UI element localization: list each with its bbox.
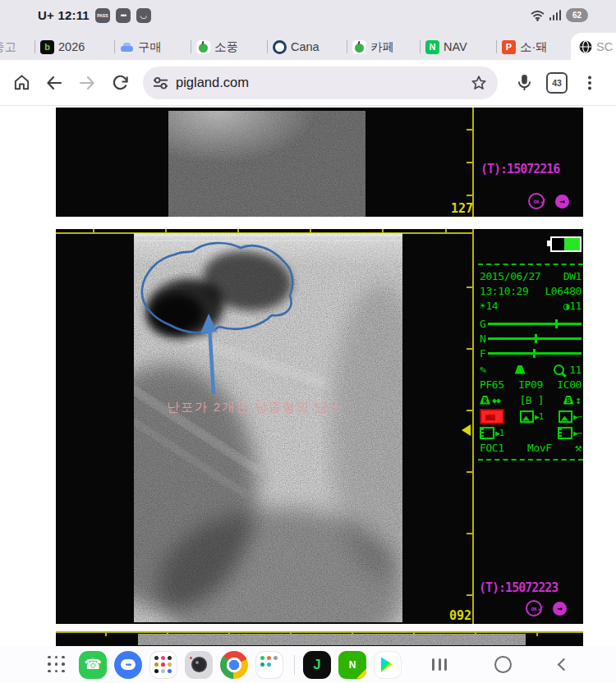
contrast-value: 11 [569,300,582,312]
scan-top-buttons: OK✓ → [528,193,569,209]
probe-depth-icon: B [563,396,574,405]
chat-notification-icon: ••• [116,8,131,23]
tab-favicon-apple2 [352,40,366,54]
tab-cafe[interactable]: 카페 [347,34,420,60]
taskbar: ☎ ••• J N [0,646,616,683]
home-button[interactable] [5,66,38,99]
tab-strip: 중고 b 2026 구매 소풍 Cana [0,30,616,60]
url-text[interactable]: pigland.com [176,75,462,90]
brightness-value: 14 [485,300,498,312]
home-nav-button[interactable] [494,656,512,673]
naver-app-icon[interactable]: N [338,651,366,679]
url-bar[interactable]: pigland.com [143,66,498,99]
flip-arrows-icon: ◆◆ [492,396,500,405]
tab-junggo[interactable]: 중고 [0,34,34,60]
clock: 12:11 [57,8,90,22]
scan-tag-main: (T):15072223 [479,580,558,595]
tab-favicon-canva [273,40,287,54]
far-gain-slider[interactable]: F [480,347,582,360]
back-button[interactable] [38,66,71,99]
bmode-label: [B ] [519,394,544,406]
tab-canva[interactable]: Cana [268,34,347,60]
annotation-text: 난포가 2개인 낭종형의 난소 [167,400,343,414]
scan-mode: DW1 [563,270,582,282]
gain-slider[interactable]: G [480,318,582,330]
messages-app-icon[interactable]: ••• [114,651,142,679]
recents-button[interactable] [432,658,447,671]
tab-2026[interactable]: b 2026 [35,34,114,60]
store-notification-icon: ◡ [136,8,151,23]
ultrasound-speckle-top [168,111,365,217]
movf-label: MovF [527,442,552,454]
camera-app-icon[interactable] [185,651,213,679]
focus-marker-icon [462,424,471,436]
android-chrome-screen: U+ 12:11 PASS ••• ◡ 62 중고 [0,0,616,683]
signal-strength-icon [549,10,562,21]
bookmark-star-icon[interactable] [470,74,488,92]
recent-app-icon[interactable]: J [303,651,331,679]
annotate-pencil-icon: ✎ [479,363,487,377]
battery-indicator: 62 [566,8,588,22]
battery-status-icon [550,236,582,252]
cine-recall-icon [558,427,572,439]
tab-favicon-p: P [502,40,516,54]
frame-number-main: 092 [449,608,471,623]
probe-icon [515,365,526,374]
forward-button[interactable] [71,66,103,99]
site-settings-icon[interactable] [153,76,168,89]
cine-store-icon [480,427,494,439]
wifi-icon [531,10,545,21]
app-folder2-icon[interactable] [255,651,283,679]
image-recall-icon [559,410,572,423]
scale-line-right [472,229,474,624]
ultrasound-speckle-bottom [138,634,526,645]
scan-main-buttons: OK✓ → [526,600,567,617]
zoom-magnifier-icon [554,364,564,375]
browser-top-chrome: U+ 12:11 PASS ••• ◡ 62 중고 [0,0,616,60]
tab-favicon-car [120,40,134,54]
ultrasound-control-panel: 2015/06/27DW1 13:10:29L06480 ☀14 ◑11 G N… [478,229,583,624]
focus-label: FOC1 [480,442,504,454]
zoom-value: 11 [569,364,582,376]
tab-favicon-b: b [40,40,54,54]
frame-number-top: 127 [451,201,473,216]
tab-switcher-button[interactable]: 43 [540,66,573,99]
scan-date: 2015/06/27 [480,270,540,282]
probe-id: L06480 [545,285,582,297]
status-bar: U+ 12:11 PASS ••• ◡ 62 [0,0,616,30]
play-store-app-icon[interactable] [374,651,402,679]
tab-favicon-globe [578,39,592,53]
tab-sodwae[interactable]: P 소·돼 [497,34,571,60]
menu-button[interactable] [573,66,606,99]
tab-gume[interactable]: 구매 [115,34,191,60]
ultrasound-image-bottom [56,631,583,646]
ultrasound-picture: 난포가 2개인 낭종형의 난소 [134,233,402,622]
tab-sopung[interactable]: 소풍 [191,34,267,60]
back-nav-button[interactable] [558,658,571,672]
carrier-label: U+ [38,8,54,22]
chrome-app-icon[interactable] [220,651,248,679]
navigation-keys [432,656,568,673]
voice-search-icon[interactable] [508,66,540,99]
app-folder-icon[interactable] [149,651,177,679]
save-floppy-icon-active [480,409,504,424]
probe-flip-icon: R [480,396,490,405]
ultrasound-image-top: (T):15072216 OK✓ → 127 [56,108,583,217]
scan-time: 13:10:29 [480,285,528,297]
image-store-icon [520,410,534,423]
param-ic: IC00 [557,378,582,391]
tab-active-sc[interactable]: SC ✕ [571,33,616,60]
near-gain-slider[interactable]: N [480,332,582,345]
tab-naver[interactable]: N NAV [421,34,496,60]
next-arrow-icon: → [555,195,569,209]
tools-icon: ⚒ [575,441,582,454]
tab-favicon-naver: N [425,40,439,54]
next-arrow-icon: → [553,602,567,616]
pass-notification-icon: PASS [95,8,110,23]
reload-button[interactable] [103,66,136,99]
phone-app-icon[interactable]: ☎ [79,651,107,679]
param-ip: IP09 [518,378,543,391]
depth-arrows-icon: ↕ [576,394,582,406]
app-drawer-icon[interactable] [48,656,66,674]
ultrasound-main-image: 난포가 2개인 낭종형의 난소 2015/06/27DW1 13:10:29L0… [56,229,583,624]
